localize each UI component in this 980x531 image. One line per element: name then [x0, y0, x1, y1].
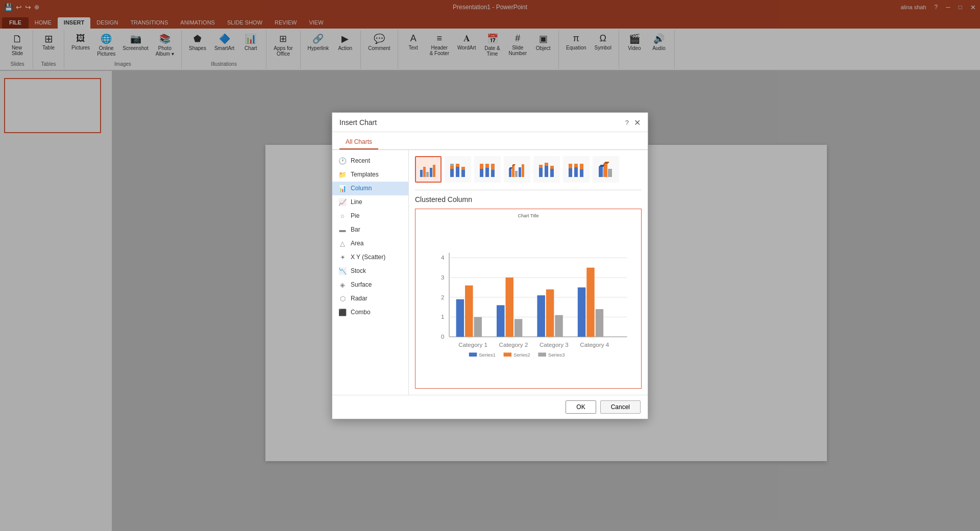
svg-rect-5	[450, 169, 454, 177]
chart-variant-6[interactable]	[593, 156, 619, 183]
svg-rect-60	[546, 289, 554, 337]
scatter-chart-icon: ✦	[338, 254, 347, 261]
svg-rect-2	[426, 172, 429, 177]
svg-rect-0	[420, 170, 423, 177]
sidebar-item-pie[interactable]: ○ Pie	[332, 209, 408, 223]
svg-rect-7	[450, 164, 454, 166]
svg-text:1: 1	[441, 313, 444, 320]
svg-text:Category 3: Category 3	[540, 341, 569, 347]
svg-rect-18	[509, 169, 511, 177]
chart-variant-5[interactable]	[563, 156, 590, 183]
svg-rect-63	[586, 267, 594, 337]
3d-column-svg	[596, 160, 616, 179]
svg-text:2: 2	[441, 293, 444, 300]
cancel-button[interactable]: Cancel	[600, 400, 641, 414]
svg-rect-9	[456, 164, 459, 167]
3d-100-stacked-column-svg	[567, 160, 586, 179]
dialog-tabs: All Charts	[332, 132, 648, 150]
svg-rect-73	[538, 352, 546, 357]
sidebar-item-combo[interactable]: ⬛ Combo	[332, 306, 408, 319]
svg-rect-32	[569, 164, 572, 168]
3d-clustered-column-svg	[507, 160, 527, 179]
area-chart-icon: △	[338, 240, 347, 247]
radar-chart-icon: ⬡	[338, 295, 347, 302]
chart-variant-2[interactable]	[474, 156, 501, 183]
svg-text:0: 0	[441, 333, 444, 340]
svg-rect-17	[491, 164, 495, 170]
clustered-column-svg	[419, 160, 438, 179]
stock-chart-icon: 📉	[338, 267, 347, 275]
svg-rect-30	[550, 166, 554, 169]
dialog-main-content: Clustered Column Chart Title	[409, 150, 648, 395]
chart-variant-4[interactable]	[533, 156, 560, 183]
line-chart-icon: 📈	[338, 198, 347, 206]
svg-rect-26	[539, 165, 543, 168]
dialog-controls: ? ✕	[625, 118, 641, 128]
sidebar-item-bar[interactable]: ▬ Bar	[332, 223, 408, 237]
chart-preview-area: 0 1 2 3 4	[420, 220, 637, 384]
recent-icon: 🕐	[338, 157, 347, 165]
stacked-column-svg	[448, 160, 468, 179]
sidebar-item-recent[interactable]: 🕐 Recent	[332, 154, 408, 168]
ok-button[interactable]: OK	[566, 400, 596, 414]
sidebar-item-radar[interactable]: ⬡ Radar	[332, 292, 408, 306]
modal-overlay: Insert Chart ? ✕ All Charts 🕐 Recent 📁 T…	[0, 0, 980, 531]
dialog-body: 🕐 Recent 📁 Templates 📊 Column 📈 Line ○	[332, 150, 648, 395]
svg-marker-23	[509, 167, 512, 169]
pie-chart-icon: ○	[338, 212, 347, 220]
tab-all-charts[interactable]: All Charts	[339, 136, 378, 149]
svg-rect-11	[461, 167, 465, 170]
chart-variant-3[interactable]	[504, 156, 530, 183]
svg-rect-71	[504, 352, 511, 357]
svg-text:Series3: Series3	[548, 352, 565, 358]
chart-variant-1[interactable]	[445, 156, 471, 183]
svg-rect-21	[519, 167, 521, 177]
svg-rect-58	[514, 319, 522, 337]
combo-chart-icon: ⬛	[338, 309, 347, 316]
svg-rect-10	[461, 170, 465, 177]
3d-stacked-column-svg	[537, 160, 556, 179]
svg-rect-62	[578, 287, 585, 337]
svg-text:Series2: Series2	[513, 352, 530, 358]
svg-rect-57	[505, 277, 513, 337]
100-stacked-column-svg	[478, 160, 497, 179]
dialog-title: Insert Chart	[339, 118, 377, 127]
svg-rect-37	[599, 167, 603, 177]
sidebar-item-stock[interactable]: 📉 Stock	[332, 264, 408, 278]
svg-rect-56	[497, 305, 504, 337]
separator	[415, 190, 642, 190]
svg-rect-69	[469, 352, 477, 357]
svg-rect-8	[456, 167, 459, 177]
dialog-sidebar: 🕐 Recent 📁 Templates 📊 Column 📈 Line ○	[332, 150, 409, 395]
sidebar-item-line[interactable]: 📈 Line	[332, 195, 408, 209]
svg-rect-27	[545, 166, 548, 177]
svg-text:3: 3	[441, 273, 444, 280]
templates-icon: 📁	[338, 171, 347, 179]
svg-rect-29	[550, 169, 554, 177]
surface-chart-icon: ◈	[338, 281, 347, 289]
sidebar-item-column[interactable]: 📊 Column	[332, 182, 408, 195]
svg-text:4: 4	[441, 254, 445, 261]
svg-rect-15	[485, 164, 489, 168]
svg-marker-24	[512, 164, 516, 166]
sidebar-item-xyscatter[interactable]: ✦ X Y (Scatter)	[332, 250, 408, 264]
insert-chart-dialog: Insert Chart ? ✕ All Charts 🕐 Recent 📁 T…	[332, 112, 648, 419]
svg-text:Category 2: Category 2	[499, 341, 528, 347]
chart-variant-0[interactable]	[415, 156, 442, 183]
svg-rect-36	[580, 164, 583, 169]
svg-rect-3	[430, 168, 432, 177]
svg-marker-41	[603, 162, 609, 164]
sidebar-item-area[interactable]: △ Area	[332, 237, 408, 250]
svg-rect-25	[539, 168, 543, 177]
svg-text:Category 4: Category 4	[580, 341, 609, 347]
dialog-close-button[interactable]: ✕	[634, 118, 641, 128]
svg-rect-20	[515, 171, 518, 177]
svg-rect-54	[465, 285, 473, 337]
dialog-help-icon[interactable]: ?	[625, 119, 629, 127]
sidebar-item-templates[interactable]: 📁 Templates	[332, 168, 408, 182]
chart-type-name: Clustered Column	[415, 195, 642, 204]
column-chart-icon: 📊	[338, 185, 347, 192]
sidebar-item-surface[interactable]: ◈ Surface	[332, 278, 408, 292]
svg-rect-39	[608, 169, 612, 177]
svg-rect-61	[555, 315, 562, 337]
